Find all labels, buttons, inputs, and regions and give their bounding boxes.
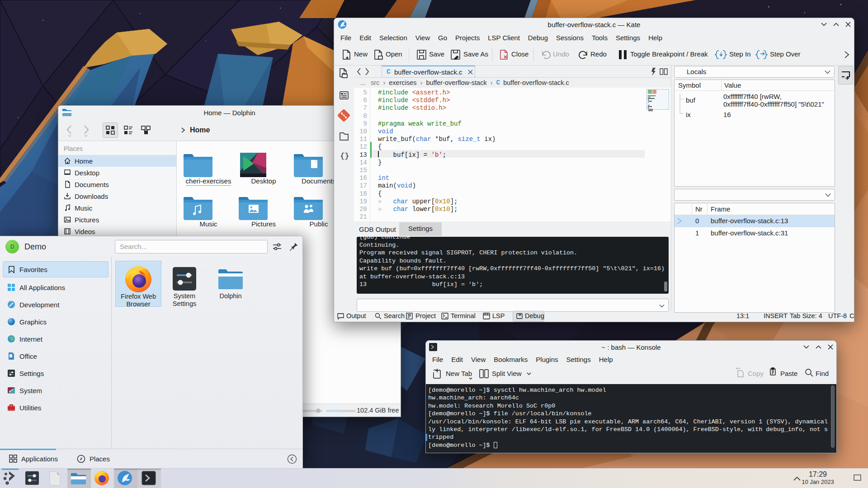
svg-text:{}: {} [340, 152, 349, 160]
